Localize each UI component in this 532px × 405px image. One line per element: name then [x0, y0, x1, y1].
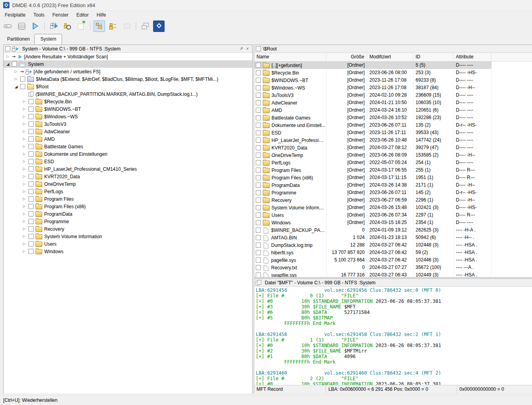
- expander-icon[interactable]: ◢: [14, 83, 20, 90]
- expander-icon[interactable]: ◢: [6, 60, 12, 68]
- expander-icon[interactable]: ▷: [22, 128, 28, 135]
- expander-icon[interactable]: ▷: [22, 195, 28, 203]
- menu-festplatte[interactable]: Festplatte: [1, 11, 30, 19]
- row-checkbox[interactable]: [256, 250, 261, 255]
- expander-icon[interactable]: ▷: [22, 188, 28, 195]
- file-row[interactable]: Program Files (x86)[Ordner]2024-03-17 11…: [254, 174, 491, 181]
- expander-icon[interactable]: ▷: [22, 120, 28, 128]
- row-checkbox[interactable]: [28, 211, 34, 216]
- tree-item[interactable]: ▷[Alle gefundenen / virtuelles FS]: [4, 68, 252, 75]
- expander-icon[interactable]: ▷: [22, 210, 28, 218]
- file-row[interactable]: Recovery[Ordner]2023-06-27 06:592296 (1)…: [254, 196, 491, 204]
- tree-item[interactable]: ▷Dokumente und Einstellungen: [4, 150, 252, 158]
- expander-icon[interactable]: ▷: [22, 173, 28, 180]
- column-modifiziert[interactable]: Modifiziert: [367, 53, 413, 61]
- file-row[interactable]: Users[Ordner]2023-06-26 07:342297 (1)D--…: [254, 211, 491, 219]
- row-checkbox[interactable]: [256, 213, 261, 218]
- row-checkbox[interactable]: [256, 160, 261, 165]
- dmde-logo-button[interactable]: [153, 21, 165, 32]
- tree-item[interactable]: ▷AdwCleaner: [4, 128, 252, 135]
- tree-item[interactable]: ▷Programme: [4, 218, 252, 225]
- tree-view-button[interactable]: [94, 21, 105, 32]
- row-checkbox[interactable]: [28, 129, 34, 134]
- tree-item[interactable]: ▷Program Files: [4, 195, 252, 203]
- expander-icon[interactable]: ▷: [22, 233, 28, 240]
- row-checkbox[interactable]: [28, 241, 34, 246]
- tree-item[interactable]: ◢$Root: [4, 83, 252, 90]
- expander-icon[interactable]: ▷: [22, 105, 28, 113]
- tree-item[interactable]: ▷$Windows.~WS: [4, 113, 252, 120]
- row-checkbox[interactable]: [28, 249, 34, 254]
- row-checkbox[interactable]: [28, 121, 34, 127]
- tree-item[interactable]: ▷Program Files (x86): [4, 203, 252, 210]
- tab-partitionen[interactable]: Partitionen: [2, 35, 34, 44]
- tree-item[interactable]: ▷Recovery: [4, 225, 252, 233]
- row-checkbox[interactable]: [256, 145, 261, 150]
- tree-item[interactable]: ▷PerfLogs: [4, 188, 252, 195]
- row-checkbox[interactable]: [256, 85, 261, 90]
- tree-item[interactable]: ▷$MetaData ($Extend, $AttrDef, $BadClus,…: [4, 75, 252, 83]
- tree-item[interactable]: ▷[Andere Resultate + Vollständiger Scan]: [4, 53, 252, 60]
- expander-icon[interactable]: ▷: [22, 248, 28, 255]
- file-row[interactable]: pagefile.sys5 100 273 6642024-03-27 06:4…: [254, 256, 491, 264]
- column-attribute[interactable]: Attribute: [453, 53, 491, 61]
- row-checkbox[interactable]: [256, 63, 261, 68]
- row-checkbox[interactable]: [256, 205, 261, 210]
- expander-icon[interactable]: ▷: [22, 135, 28, 143]
- tree-item[interactable]: ▷Battlestate Games: [4, 143, 252, 150]
- expander-icon[interactable]: ▷: [22, 143, 28, 150]
- row-checkbox[interactable]: [256, 243, 261, 248]
- file-row[interactable]: $Recycle.Bin[Ordner]2023-06-26 08:00253 …: [254, 69, 491, 77]
- expander-icon[interactable]: ▷: [22, 203, 28, 210]
- row-checkbox[interactable]: [12, 62, 17, 67]
- row-checkbox[interactable]: [256, 198, 261, 203]
- tree-item[interactable]: ▷OneDriveTemp: [4, 180, 252, 188]
- file-row[interactable]: PerfLogs[Ordner]2022-05-07 05:24254 (1)D…: [254, 159, 491, 166]
- row-checkbox[interactable]: [28, 106, 34, 112]
- drive-button[interactable]: [2, 21, 13, 32]
- tab-system[interactable]: System: [34, 34, 62, 44]
- file-row[interactable]: Recovery.txt02024-03-27 07:2735672 (100)…: [254, 264, 491, 271]
- row-checkbox[interactable]: [256, 235, 261, 240]
- file-row[interactable]: AMD[Ordner]2024-03-24 16:10120651 (6)D--…: [254, 106, 491, 114]
- row-checkbox[interactable]: [256, 138, 261, 143]
- tree-item[interactable]: ▷AMD: [4, 135, 252, 143]
- close-panel-icon[interactable]: ×: [244, 46, 251, 51]
- row-checkbox[interactable]: [256, 153, 261, 158]
- row-checkbox[interactable]: [28, 99, 34, 104]
- row-checkbox[interactable]: [256, 100, 261, 105]
- expander-icon[interactable]: ▷: [14, 75, 20, 83]
- row-checkbox[interactable]: [28, 144, 34, 149]
- file-row[interactable]: HP_LaserJet_Professiona...[Ordner]2023-0…: [254, 136, 491, 144]
- row-checkbox[interactable]: [256, 220, 261, 225]
- file-row[interactable]: ProgramData[Ordner]2024-03-26 14:382171 …: [254, 181, 491, 189]
- row-checkbox[interactable]: [28, 174, 34, 179]
- new-scan-button[interactable]: [75, 21, 87, 32]
- column-id[interactable]: ID: [413, 53, 453, 61]
- file-row[interactable]: KVRT2020_Data[Ordner]2024-03-27 08:12392…: [254, 144, 491, 151]
- row-checkbox[interactable]: [256, 108, 261, 113]
- row-checkbox[interactable]: [256, 123, 261, 128]
- panel-checkbox[interactable]: [5, 46, 10, 51]
- row-checkbox[interactable]: [28, 181, 34, 187]
- row-checkbox[interactable]: [28, 204, 34, 209]
- row-checkbox[interactable]: [28, 166, 34, 172]
- tree-item[interactable]: ▷ProgramData: [4, 210, 252, 218]
- expander-icon[interactable]: ▷: [22, 150, 28, 158]
- file-row[interactable]: $Windows.~WS[Ordner]2023-11-26 17:083818…: [254, 84, 491, 91]
- row-checkbox[interactable]: [256, 78, 261, 83]
- row-checkbox[interactable]: [28, 196, 34, 202]
- row-checkbox[interactable]: [28, 114, 34, 119]
- scan-blocks-button[interactable]: [48, 21, 59, 32]
- file-row[interactable]: AMTAG.BIN1 0242024-01-23 18:1350942 (6)-…: [254, 234, 491, 241]
- row-checkbox[interactable]: [256, 175, 261, 180]
- tree-item[interactable]: ▷$WINDOWS.~BT: [4, 105, 252, 113]
- maximize-panel-icon[interactable]: ↗: [238, 46, 244, 51]
- row-checkbox[interactable]: [256, 115, 261, 120]
- tree-item[interactable]: ◢System: [4, 60, 252, 68]
- file-row[interactable]: hiberfil.sys13 707 857 9202024-03-27 06:…: [254, 249, 491, 256]
- row-checkbox[interactable]: [28, 234, 34, 239]
- expander-icon[interactable]: ▷: [22, 225, 28, 233]
- expander-icon[interactable]: ▷: [22, 113, 28, 120]
- file-row[interactable]: Program Files[Ordner]2024-03-17 06:55255…: [254, 166, 491, 174]
